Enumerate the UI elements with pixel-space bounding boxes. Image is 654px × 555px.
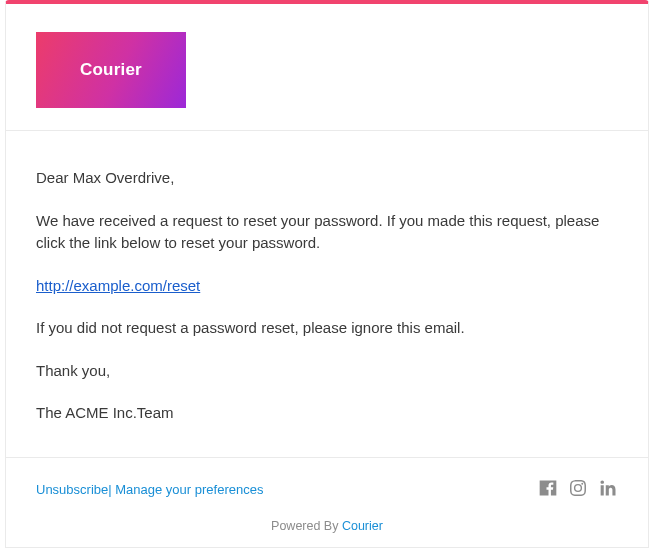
thankyou-text: Thank you, [36,360,618,383]
email-header: Courier [6,4,648,131]
manage-preferences-link[interactable]: Manage your preferences [115,482,263,497]
unsubscribe-link[interactable]: Unsubscribe [36,482,108,497]
powered-brand-link[interactable]: Courier [342,519,383,533]
email-footer: Unsubscribe| Manage your preferences Pow… [6,458,648,547]
ignore-text: If you did not request a password reset,… [36,317,618,340]
intro-text: We have received a request to reset your… [36,210,618,255]
reset-link[interactable]: http://example.com/reset [36,277,200,294]
powered-prefix: Powered By [271,519,342,533]
email-card: Courier Dear Max Overdrive, We have rece… [5,0,649,548]
footer-links: Unsubscribe| Manage your preferences [36,482,263,497]
brand-logo: Courier [36,32,186,108]
social-icons [538,478,618,501]
greeting-text: Dear Max Overdrive, [36,167,618,190]
signature-text: The ACME Inc.Team [36,402,618,425]
brand-logo-text: Courier [80,60,142,80]
instagram-icon[interactable] [568,478,588,501]
footer-row: Unsubscribe| Manage your preferences [36,478,618,501]
facebook-icon[interactable] [538,478,558,501]
linkedin-icon[interactable] [598,478,618,501]
email-body: Dear Max Overdrive, We have received a r… [6,131,648,458]
powered-by: Powered By Courier [36,519,618,533]
separator: | [108,482,111,497]
